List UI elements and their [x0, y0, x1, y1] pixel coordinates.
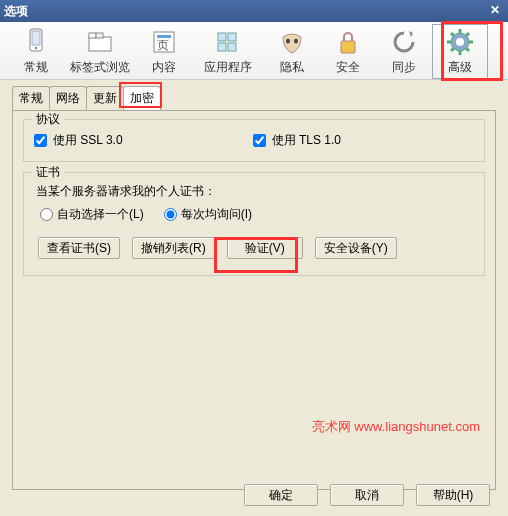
toolbar-advanced[interactable]: 高级 [432, 24, 488, 79]
svg-point-14 [294, 39, 298, 44]
ssl-checkbox[interactable]: 使用 SSL 3.0 [34, 132, 123, 149]
mask-icon [277, 27, 307, 57]
group-legend: 证书 [32, 164, 64, 181]
toolbar-label: 标签式浏览 [70, 59, 130, 76]
checkbox-input[interactable] [253, 134, 266, 147]
radio-label: 每次均询问(I) [181, 206, 252, 223]
tab-encryption[interactable]: 加密 [123, 86, 161, 110]
svg-line-24 [451, 48, 454, 51]
tab-update[interactable]: 更新 [86, 86, 124, 110]
svg-text:页: 页 [157, 38, 169, 52]
auto-select-radio[interactable]: 自动选择一个(L) [40, 206, 144, 223]
titlebar: 选项 ✕ [0, 0, 508, 22]
svg-rect-3 [89, 37, 111, 51]
toolbar-apps[interactable]: 应用程序 [192, 24, 264, 79]
tab-network[interactable]: 网络 [49, 86, 87, 110]
security-device-button[interactable]: 安全设备(Y) [315, 237, 397, 259]
cancel-button[interactable]: 取消 [330, 484, 404, 506]
watermark-text: 亮术网 www.liangshunet.com [312, 418, 480, 436]
revoke-list-button[interactable]: 撤销列表(R) [132, 237, 215, 259]
toolbar-label: 安全 [336, 59, 360, 76]
svg-line-23 [466, 48, 469, 51]
radio-input[interactable] [164, 208, 177, 221]
toolbar-sync[interactable]: 同步 [376, 24, 432, 79]
toolbar-label: 内容 [152, 59, 176, 76]
checkbox-label: 使用 TLS 1.0 [272, 132, 341, 149]
svg-rect-11 [218, 43, 226, 51]
view-cert-button[interactable]: 查看证书(S) [38, 237, 120, 259]
tls-checkbox[interactable]: 使用 TLS 1.0 [253, 132, 341, 149]
svg-rect-10 [228, 33, 236, 41]
apps-icon [213, 27, 243, 57]
lock-icon [335, 27, 361, 57]
tabs-icon [83, 27, 117, 57]
svg-rect-15 [341, 41, 355, 53]
svg-point-13 [286, 39, 290, 44]
cert-description: 当某个服务器请求我的个人证书： [36, 183, 474, 200]
toolbar-label: 同步 [392, 59, 416, 76]
toolbar-label: 高级 [448, 59, 472, 76]
protocol-group: 协议 使用 SSL 3.0 使用 TLS 1.0 [23, 119, 485, 162]
window-title: 选项 [4, 3, 28, 20]
svg-point-17 [456, 38, 464, 46]
sync-icon [389, 27, 419, 57]
svg-rect-12 [228, 43, 236, 51]
radio-label: 自动选择一个(L) [57, 206, 144, 223]
dialog-footer: 确定 取消 帮助(H) [244, 484, 490, 506]
radio-input[interactable] [40, 208, 53, 221]
toolbar-security[interactable]: 安全 [320, 24, 376, 79]
svg-point-2 [35, 47, 37, 49]
svg-line-25 [466, 33, 469, 36]
toolbar-privacy[interactable]: 隐私 [264, 24, 320, 79]
close-icon[interactable]: ✕ [486, 3, 504, 19]
checkbox-input[interactable] [34, 134, 47, 147]
verify-button[interactable]: 验证(V) [227, 237, 303, 259]
toolbar-label: 隐私 [280, 59, 304, 76]
ask-radio[interactable]: 每次均询问(I) [164, 206, 252, 223]
gear-icon [445, 27, 475, 57]
help-button[interactable]: 帮助(H) [416, 484, 490, 506]
svg-line-22 [451, 33, 454, 36]
toolbar-general[interactable]: 常规 [8, 24, 64, 79]
toolbar-label: 常规 [24, 59, 48, 76]
toolbar-content[interactable]: 页 内容 [136, 24, 192, 79]
tab-bar: 常规 网络 更新 加密 [12, 86, 496, 110]
tab-general[interactable]: 常规 [12, 86, 50, 110]
content-icon: 页 [149, 27, 179, 57]
cert-group: 证书 当某个服务器请求我的个人证书： 自动选择一个(L) 每次均询问(I) 查看… [23, 172, 485, 276]
ok-button[interactable]: 确定 [244, 484, 318, 506]
group-legend: 协议 [32, 111, 64, 128]
general-icon [22, 27, 50, 57]
svg-rect-1 [32, 31, 40, 45]
svg-rect-9 [218, 33, 226, 41]
svg-rect-5 [96, 33, 103, 38]
svg-rect-4 [89, 33, 96, 38]
checkbox-label: 使用 SSL 3.0 [53, 132, 123, 149]
toolbar-label: 应用程序 [204, 59, 252, 76]
toolbar: 常规 标签式浏览 页 内容 应用程序 隐私 安全 同步 高级 [0, 22, 508, 80]
toolbar-tabs[interactable]: 标签式浏览 [64, 24, 136, 79]
